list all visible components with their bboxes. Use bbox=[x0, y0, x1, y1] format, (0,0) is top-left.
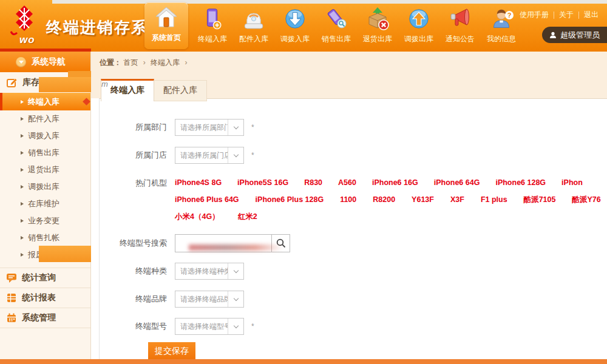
hot-model-link[interactable]: R830 bbox=[304, 178, 322, 187]
hot-model-link[interactable]: A560 bbox=[338, 178, 356, 187]
overlay-artifact bbox=[39, 77, 91, 92]
sidebar-item-transfer-out[interactable]: 调拨出库 bbox=[0, 178, 90, 195]
announcement-icon bbox=[448, 5, 472, 33]
store-select[interactable]: 请选择所属门店... bbox=[175, 147, 244, 164]
breadcrumb-home[interactable]: 首页 bbox=[123, 58, 138, 67]
sidebar-item-accessory-in[interactable]: 配件入库 bbox=[0, 110, 90, 127]
sidebar-item-sales-out[interactable]: 销售出库 bbox=[0, 144, 90, 161]
hot-model-link[interactable]: iPhone6 64G bbox=[434, 178, 480, 187]
user-badge[interactable]: 超级管理员 bbox=[542, 27, 607, 43]
chat-icon bbox=[6, 272, 17, 283]
hot-model-link[interactable]: iPhone6 16G bbox=[372, 178, 418, 187]
nav-label: 退货出库 bbox=[363, 34, 392, 44]
nav-item-home[interactable]: 系统首页 bbox=[144, 2, 188, 49]
hot-model-link[interactable]: 红米2 bbox=[238, 212, 257, 222]
brand-logo: wo 终端进销存系统 bbox=[6, 4, 140, 49]
sidebar-item-transfer-in[interactable]: 调拨入库 bbox=[0, 127, 90, 144]
category-select[interactable]: 请选择终端种类... bbox=[175, 263, 244, 280]
nav-item-terminal-in[interactable]: 终端入库 bbox=[192, 0, 233, 44]
sidebar-item-stats-report[interactable]: 统计报表 bbox=[0, 288, 90, 308]
sidebar-title-label: 系统导航 bbox=[32, 56, 66, 67]
hot-models-row: iPhone6 Plus 64G iPhone6 Plus 128G 1100 … bbox=[175, 191, 607, 208]
chevron-down-icon bbox=[228, 147, 243, 163]
department-label: 所属部门 bbox=[100, 122, 175, 133]
sidebar-item-stats-query[interactable]: 统计查询 bbox=[0, 268, 90, 288]
sidebar-item-return-out[interactable]: 退货出库 bbox=[0, 161, 90, 178]
submit-save-button[interactable]: 提交保存 bbox=[148, 342, 195, 360]
hot-model-link[interactable]: iPhone6 Plus 64G bbox=[175, 195, 239, 204]
search-icon bbox=[276, 238, 286, 248]
required-asterisk: * bbox=[251, 123, 254, 132]
chevron-down-icon bbox=[228, 291, 243, 307]
brand-select[interactable]: 请选择终端品牌... bbox=[175, 291, 244, 308]
sidebar-item-label: 终端入库 bbox=[28, 96, 59, 107]
nav-label: 配件入库 bbox=[239, 34, 268, 44]
required-asterisk: * bbox=[251, 151, 254, 160]
nav-item-my-info[interactable]: 我的信息 bbox=[481, 0, 522, 44]
sidebar-item-system-management[interactable]: 系统管理 bbox=[0, 308, 90, 328]
hot-model-link[interactable]: 1100 bbox=[340, 195, 356, 204]
hot-model-link[interactable]: iPhone5S 16G bbox=[237, 178, 288, 187]
sidebar-item-terminal-in[interactable]: 终端入库 bbox=[0, 93, 90, 110]
wo-logo-text: wo bbox=[19, 34, 35, 46]
model-search-input[interactable] bbox=[175, 234, 272, 252]
arrow-right-icon bbox=[21, 253, 24, 257]
manual-link[interactable]: 使用手册 bbox=[515, 10, 554, 20]
tab-terminal-in[interactable]: 终端入库 bbox=[101, 79, 154, 101]
sidebar-title: 系统导航 bbox=[0, 52, 90, 72]
tab-accessory-in[interactable]: 配件入库 bbox=[154, 80, 207, 101]
hot-model-link[interactable]: F1 plus bbox=[481, 195, 507, 204]
model-search-label: 终端型号搜索 bbox=[100, 238, 175, 249]
sidebar-item-sales-settlement[interactable]: 销售扎帐 bbox=[0, 229, 90, 246]
sidebar-item-label: 配件入库 bbox=[28, 113, 59, 124]
brand-select-value: 请选择终端品牌... bbox=[175, 294, 228, 305]
hot-model-link[interactable]: Y613F bbox=[412, 195, 434, 204]
nav-item-announcement[interactable]: 通知公告 bbox=[439, 0, 481, 44]
sidebar-item-stock-maintenance[interactable]: 在库维护 bbox=[0, 195, 90, 212]
brand-label: 终端品牌 bbox=[100, 294, 175, 305]
sales-out-icon bbox=[324, 5, 348, 33]
nav-item-transfer-out[interactable]: 调拨出库 bbox=[398, 0, 439, 44]
hot-model-link[interactable]: iPhone6 128G bbox=[495, 178, 546, 187]
divider bbox=[0, 328, 90, 328]
hot-model-link[interactable]: iPhon bbox=[561, 178, 583, 187]
home-icon bbox=[154, 5, 178, 32]
arrow-right-icon bbox=[21, 134, 24, 138]
search-button[interactable] bbox=[272, 234, 290, 252]
hot-model-link[interactable]: 小米4（4G） bbox=[175, 212, 220, 222]
sidebar-item-label: 销售扎帐 bbox=[28, 232, 59, 243]
category-select-value: 请选择终端种类... bbox=[175, 266, 228, 277]
overlay-artifact bbox=[39, 246, 91, 262]
hot-model-link[interactable]: 酷派7105 bbox=[524, 195, 556, 205]
brand-row: 终端品牌 请选择终端品牌... bbox=[100, 290, 244, 308]
department-select[interactable]: 请选择所属部门... bbox=[175, 119, 244, 136]
about-link[interactable]: 关于 bbox=[554, 10, 578, 20]
hot-model-link[interactable]: iPhone6 Plus 128G bbox=[256, 195, 324, 204]
store-label: 所属门店 bbox=[100, 150, 175, 161]
hot-model-link[interactable]: iPhone4S 8G bbox=[175, 178, 222, 187]
hot-model-link[interactable]: 酷派Y76 bbox=[572, 195, 600, 205]
sidebar-section-label: 系统管理 bbox=[22, 312, 56, 323]
sidebar-item-business-change[interactable]: 业务变更 bbox=[0, 212, 90, 229]
nav-item-transfer-in[interactable]: 调拨入库 bbox=[274, 0, 316, 44]
hot-model-link[interactable]: X3F bbox=[450, 195, 464, 204]
main-content: 位置： 首页 › 终端入库 › m 终端入库 配件入库 所属部门 请选择所属部门… bbox=[91, 52, 607, 359]
nav-item-accessory-in[interactable]: 配件入库 bbox=[233, 0, 274, 44]
return-out-icon bbox=[365, 5, 390, 33]
hot-model-link[interactable]: R8200 bbox=[373, 195, 395, 204]
arrow-right-icon bbox=[21, 185, 24, 189]
model-select[interactable]: 请选择终端型号... bbox=[175, 318, 244, 335]
nav-collapse-icon[interactable] bbox=[16, 57, 26, 67]
arrow-right-icon bbox=[21, 236, 24, 240]
logout-link[interactable]: 退出 bbox=[579, 10, 603, 20]
arrow-right-icon bbox=[21, 202, 24, 206]
arrow-right-icon bbox=[21, 151, 24, 155]
nav-item-return-out[interactable]: 退货出库 bbox=[357, 0, 398, 44]
breadcrumb-current[interactable]: 终端入库 bbox=[151, 58, 180, 67]
nav-item-sales-out[interactable]: 销售出库 bbox=[316, 0, 357, 44]
accessory-in-icon bbox=[242, 5, 266, 33]
department-select-value: 请选择所属部门... bbox=[175, 123, 228, 133]
sidebar-item-label: 退货出库 bbox=[28, 164, 59, 175]
user-badge-label: 超级管理员 bbox=[560, 30, 600, 41]
hot-models-row: 小米4（4G） 红米2 bbox=[175, 208, 607, 225]
